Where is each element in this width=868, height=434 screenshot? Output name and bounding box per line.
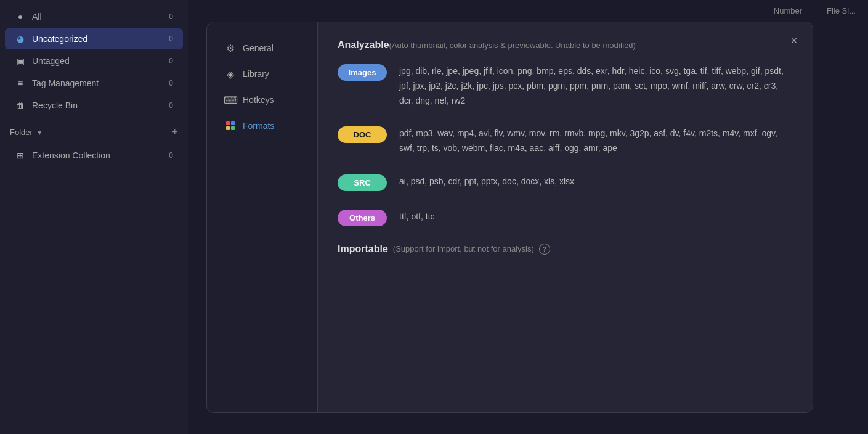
format-row-images: Images jpg, dib, rle, jpe, jpeg, jfif, i…	[338, 63, 793, 108]
add-folder-button[interactable]: +	[171, 126, 178, 139]
right-header: Number File Si...	[774, 6, 868, 15]
all-icon: ●	[15, 11, 26, 22]
format-row-doc: DOC pdf, mp3, wav, mp4, avi, flv, wmv, m…	[338, 125, 793, 156]
format-row-src: SRC ai, psd, psb, cdr, ppt, pptx, doc, d…	[338, 173, 793, 191]
modal-nav-hotkeys[interactable]: ⌨ Hotkeys	[212, 88, 312, 112]
formats-nav-icon	[224, 120, 237, 132]
library-nav-icon: ◈	[224, 68, 237, 80]
badge-others: Others	[338, 210, 387, 226]
sidebar-item-uncategorized-badge: 0	[161, 35, 173, 43]
badge-images: Images	[338, 64, 387, 81]
importable-title: Importable (Support for import, but not …	[338, 244, 793, 255]
modal-nav-formats[interactable]: Formats	[212, 113, 312, 138]
filesize-column-header: File Si...	[827, 6, 856, 15]
sidebar-item-extension-collection[interactable]: ⊞ Extension Collection 0	[5, 145, 183, 166]
recycle-bin-icon: 🗑	[15, 100, 26, 111]
close-modal-button[interactable]: ×	[785, 32, 803, 49]
modal-nav-library-label: Library	[243, 69, 269, 79]
sidebar-item-untagged-label: Untagged	[32, 56, 70, 66]
untagged-icon: ▣	[15, 55, 26, 67]
sidebar-item-extension-collection-label: Extension Collection	[32, 150, 110, 160]
tag-management-icon: ≡	[15, 78, 26, 89]
formats-modal: ⚙ General ◈ Library ⌨ Hotkeys Formats	[206, 22, 813, 413]
sidebar-item-all-badge: 0	[161, 12, 173, 21]
analyzable-title: Analyzable(Auto thumbnail, color analysi…	[338, 39, 793, 51]
general-nav-icon: ⚙	[224, 42, 237, 54]
doc-extensions: pdf, mp3, wav, mp4, avi, flv, wmv, mov, …	[399, 125, 793, 156]
analyzable-section: Analyzable(Auto thumbnail, color analysi…	[338, 39, 793, 226]
sidebar-item-tag-management-badge: 0	[161, 79, 173, 88]
sidebar-item-extension-collection-badge: 0	[161, 151, 173, 160]
folder-chevron-icon: ▼	[36, 129, 43, 136]
modal-nav-hotkeys-label: Hotkeys	[243, 95, 274, 105]
sidebar-item-tag-management-label: Tag Management	[32, 78, 99, 88]
src-extensions: ai, psd, psb, cdr, ppt, pptx, doc, docx,…	[399, 173, 574, 189]
uncategorized-icon: ◕	[15, 33, 26, 44]
modal-main-content: × Analyzable(Auto thumbnail, color analy…	[318, 22, 813, 412]
sidebar-folder-section: Folder ▼ +	[0, 121, 188, 144]
importable-help-icon[interactable]: ?	[539, 244, 550, 255]
sidebar-item-uncategorized-label: Uncategorized	[32, 34, 87, 44]
modal-nav-formats-label: Formats	[243, 121, 274, 131]
sidebar-item-uncategorized[interactable]: ◕ Uncategorized 0	[5, 28, 183, 49]
extension-collection-icon: ⊞	[15, 150, 26, 161]
others-extensions: ttf, otf, ttc	[399, 208, 435, 224]
sidebar-item-untagged[interactable]: ▣ Untagged 0	[5, 51, 183, 72]
sidebar-item-tag-management[interactable]: ≡ Tag Management 0	[5, 73, 183, 94]
format-row-others: Others ttf, otf, ttc	[338, 208, 793, 226]
sidebar: ● All 0 ◕ Uncategorized 0 ▣ Untagged 0 ≡…	[0, 0, 188, 434]
importable-section: Importable (Support for import, but not …	[338, 244, 793, 255]
badge-src: SRC	[338, 174, 387, 191]
images-extensions: jpg, dib, rle, jpe, jpeg, jfif, icon, pn…	[399, 63, 793, 108]
hotkeys-nav-icon: ⌨	[224, 94, 237, 106]
modal-sidebar: ⚙ General ◈ Library ⌨ Hotkeys Formats	[207, 22, 318, 412]
badge-doc: DOC	[338, 126, 387, 143]
modal-nav-general[interactable]: ⚙ General	[212, 36, 312, 60]
sidebar-item-recycle-bin[interactable]: 🗑 Recycle Bin 0	[5, 95, 183, 116]
sidebar-item-all[interactable]: ● All 0	[5, 6, 183, 27]
sidebar-item-recycle-bin-label: Recycle Bin	[32, 100, 78, 110]
sidebar-item-recycle-bin-badge: 0	[161, 101, 173, 110]
modal-nav-library[interactable]: ◈ Library	[212, 62, 312, 86]
folder-label: Folder	[10, 128, 33, 137]
sidebar-item-untagged-badge: 0	[161, 57, 173, 65]
number-column-header: Number	[774, 6, 802, 15]
modal-nav-general-label: General	[243, 43, 274, 53]
sidebar-item-all-label: All	[32, 12, 42, 22]
